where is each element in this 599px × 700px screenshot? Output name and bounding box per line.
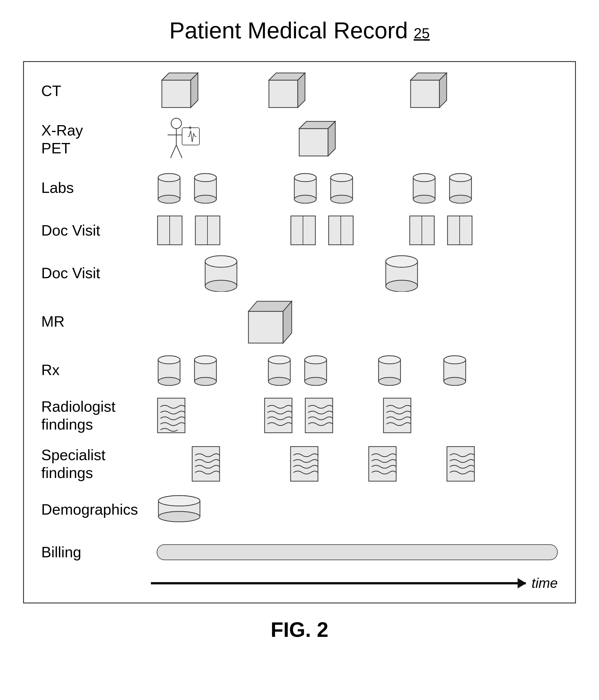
time-arrow [151,582,526,584]
labs-label: Labs [41,179,151,197]
svg-point-35 [331,195,353,203]
rx-cyl-3 [266,354,292,386]
ct-content [151,74,558,108]
svg-rect-94 [305,398,333,433]
svg-point-36 [331,174,353,182]
svg-point-28 [194,174,216,182]
svg-point-70 [158,377,180,385]
svg-point-78 [268,377,290,385]
billing-bar [157,544,558,560]
svg-marker-6 [411,80,439,107]
fig-label: FIG. 2 [23,618,576,642]
svg-point-87 [379,356,401,364]
svg-marker-3 [269,80,298,107]
docvisit-doc-1 [156,215,184,246]
svg-point-103 [159,496,200,506]
svg-line-12 [170,145,176,158]
radiologist-doc-1 [156,397,186,434]
labs-cyl-5 [411,172,437,203]
rx-cyl-6 [442,354,468,386]
specialist-doc-1 [191,445,221,483]
svg-rect-92 [158,398,185,433]
svg-rect-14 [182,128,199,145]
docvisit-doc-2 [194,215,221,246]
svg-marker-18 [299,129,328,156]
radiologist-doc-4 [382,397,412,434]
time-arrow-row: time [41,575,558,591]
billing-content [151,535,558,569]
svg-rect-93 [265,398,292,433]
svg-point-60 [205,256,237,267]
svg-point-39 [413,195,435,203]
specialist-doc-2 [289,445,319,483]
svg-point-44 [450,174,472,182]
xraypet-cube [293,117,338,162]
specialist-doc-3 [367,445,398,483]
svg-point-43 [450,195,472,203]
time-label: time [531,575,558,591]
svg-point-59 [205,280,237,292]
svg-point-91 [444,356,466,364]
svg-point-27 [194,195,216,203]
svg-point-23 [158,195,180,203]
specialist-doc-4 [446,445,476,483]
svg-rect-95 [383,398,411,433]
svg-point-64 [386,256,417,267]
xray-label: X-RayPET [41,121,151,157]
specialist-row: Specialistfindings [41,444,558,484]
mr-cube [243,296,294,347]
rx-label: Rx [41,361,151,379]
svg-point-31 [294,195,316,203]
radiologist-doc-3 [304,397,334,434]
procedures-content [151,256,558,290]
svg-rect-98 [369,447,396,481]
rx-content [151,353,558,387]
xray-content [151,116,558,162]
billing-label: Billing [41,543,151,561]
mr-label: MR [41,312,151,330]
person-icon [156,116,202,162]
docvisit-content [151,213,558,248]
docvisit-label: Doc Visit [41,221,151,239]
svg-rect-96 [192,447,220,481]
procedures-label: Doc Visit [41,264,151,282]
svg-point-86 [379,377,401,385]
rx-cyl-5 [377,354,403,386]
radiologist-label: Radiologistfindings [41,398,151,433]
svg-rect-99 [447,447,474,481]
labs-row: Labs [41,170,558,205]
radiologist-row: Radiologistfindings [41,395,558,435]
labs-cyl-4 [329,172,355,203]
demographics-row: Demographics [41,492,558,527]
labs-content [151,170,558,205]
svg-rect-97 [291,447,318,481]
svg-line-13 [176,145,182,158]
specialist-content [151,444,558,484]
labs-cyl-6 [448,172,474,203]
mr-content [151,298,558,345]
docvisit-doc-3 [289,215,317,246]
svg-point-82 [305,377,327,385]
svg-point-75 [194,356,216,364]
svg-point-32 [294,174,316,182]
procedures-cyl-2 [383,254,421,292]
svg-marker-0 [162,80,191,107]
ct-row: CT [41,74,558,108]
xray-row: X-RayPET [41,116,558,162]
page: Patient Medical Record 25 CT [0,0,599,700]
svg-point-24 [158,174,180,182]
demographics-content [151,492,558,527]
svg-point-63 [386,280,417,292]
ct-label: CT [41,82,151,100]
title-area: Patient Medical Record 25 [23,17,576,44]
radiologist-doc-2 [263,397,293,434]
ct-cube-2 [263,69,308,113]
docvisit-doc-5 [408,215,436,246]
specialist-label: Specialistfindings [41,446,151,482]
rx-row: Rx [41,353,558,387]
ct-cube-3 [405,69,450,113]
svg-marker-65 [248,311,283,343]
procedures-cyl-1 [202,254,240,292]
svg-point-79 [268,356,290,364]
rx-cyl-1 [156,354,182,386]
